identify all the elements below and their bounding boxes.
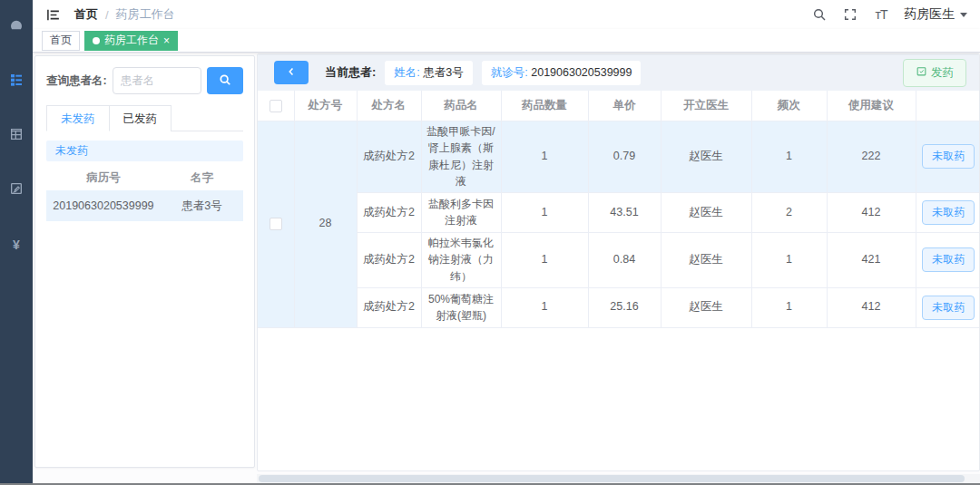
visit-number-box: 就诊号: 2019063020539999 — [482, 61, 642, 85]
horizontal-scrollbar-thumb[interactable] — [259, 475, 965, 482]
sidebar-item-table[interactable] — [0, 109, 33, 163]
qty-cell: 1 — [501, 232, 588, 287]
qty-cell: 1 — [501, 121, 588, 192]
sidebar-item-tree-menu[interactable] — [0, 54, 33, 109]
col-header-qty: 药品数量 — [501, 91, 588, 121]
tags-view-bar: 首页 药房工作台 × — [33, 29, 980, 53]
name-value: 患者3号 — [423, 66, 463, 79]
dispense-button[interactable]: 发药 — [903, 59, 966, 87]
table-row[interactable]: 28 成药处方2 盐酸甲哌卡因/肾上腺素（斯康杜尼）注射液 1 0.79 赵医生… — [258, 121, 980, 192]
price-cell: 25.16 — [588, 287, 661, 327]
col-header-action — [916, 91, 980, 121]
top-navbar: 首页 / 药房工作台 тT 药房医生 — [33, 0, 980, 29]
patient-name[interactable]: 患者3号 — [161, 190, 243, 221]
rx-name-cell: 成药处方2 — [357, 287, 421, 327]
font-size-icon[interactable]: тT — [873, 6, 889, 23]
user-name: 药房医生 — [904, 6, 955, 23]
dispense-icon — [916, 65, 927, 80]
breadcrumb-home[interactable]: 首页 — [74, 6, 98, 23]
freq-cell: 1 — [751, 121, 827, 192]
rx-name-cell: 成药处方2 — [357, 121, 421, 192]
patient-name-box: 姓名: 患者3号 — [385, 61, 472, 85]
tag-pharmacy-workbench[interactable]: 药房工作台 × — [84, 31, 178, 51]
patient-list-row[interactable]: 2019063020539999 患者3号 — [46, 190, 243, 221]
fullscreen-icon[interactable] — [842, 6, 858, 23]
advice-cell: 421 — [827, 232, 916, 287]
table-row[interactable]: 成药处方2 盐酸利多卡因注射液 1 43.51 赵医生 2 412 未取药 — [258, 192, 980, 232]
price-cell: 0.84 — [588, 232, 661, 287]
current-patient-label: 当前患者: — [325, 64, 376, 81]
drug-name-cell: 盐酸甲哌卡因/肾上腺素（斯康杜尼）注射液 — [421, 121, 501, 192]
breadcrumb: 首页 / 药房工作台 — [74, 6, 175, 23]
sidebar-item-edit[interactable] — [0, 163, 33, 218]
table-row[interactable]: 成药处方2 帕拉米韦氯化钠注射液（力纬） 1 0.84 赵医生 1 421 未取… — [258, 232, 980, 287]
select-all-checkbox[interactable] — [270, 100, 282, 112]
dispense-button-label: 发药 — [931, 65, 954, 81]
not-taken-button[interactable]: 未取药 — [922, 296, 975, 320]
money-icon: ¥ — [13, 238, 20, 252]
tree-menu-icon — [9, 73, 24, 91]
drug-name-cell: 帕拉米韦氯化钠注射液（力纬） — [421, 232, 501, 287]
search-icon[interactable] — [811, 6, 828, 23]
visit-value: 2019063020539999 — [531, 66, 632, 79]
close-icon[interactable]: × — [163, 35, 170, 46]
table-row[interactable]: 成药处方2 50%葡萄糖注射液(塑瓶) 1 25.16 赵医生 1 412 未取… — [258, 287, 980, 327]
col-header-rx-name: 处方名 — [357, 91, 421, 121]
qty-cell: 1 — [501, 287, 588, 327]
col-header-freq: 频次 — [751, 91, 827, 121]
patient-search-label: 查询患者名: — [46, 73, 107, 89]
name-label: 姓名: — [394, 66, 419, 79]
header-select-all — [258, 91, 294, 121]
drug-name-cell: 50%葡萄糖注射液(塑瓶) — [421, 287, 501, 327]
rx-name-cell: 成药处方2 — [357, 232, 421, 287]
current-patient-bar: 当前患者: 姓名: 患者3号 就诊号: 2019063020539999 发药 — [258, 54, 979, 91]
patient-search-input[interactable] — [113, 67, 201, 94]
tag-home[interactable]: 首页 — [42, 31, 80, 51]
user-menu[interactable]: 药房医生 — [904, 6, 967, 23]
patient-search-button[interactable] — [207, 67, 243, 94]
prescription-panel: 当前患者: 姓名: 患者3号 就诊号: 2019063020539999 发药 — [257, 53, 980, 471]
row-select-cell — [258, 121, 294, 327]
not-taken-button[interactable]: 未取药 — [922, 200, 975, 225]
horizontal-scrollbar-track — [257, 474, 980, 483]
action-cell: 未取药 — [916, 287, 980, 327]
patient-list-header-record: 病历号 — [46, 165, 161, 190]
tab-dispensed[interactable]: 已发药 — [110, 105, 172, 131]
not-taken-button[interactable]: 未取药 — [922, 144, 975, 169]
price-cell: 43.51 — [588, 192, 661, 232]
not-taken-button[interactable]: 未取药 — [922, 247, 975, 272]
breadcrumb-current: 药房工作台 — [116, 6, 175, 23]
qty-cell: 1 — [501, 192, 588, 232]
app-sidebar: ¥ — [0, 0, 33, 485]
price-cell: 0.79 — [588, 121, 661, 192]
tag-pharmacy-label: 药房工作台 — [104, 33, 159, 48]
back-button[interactable] — [274, 61, 309, 84]
row-checkbox[interactable] — [270, 218, 282, 230]
rx-name-cell: 成药处方2 — [357, 192, 421, 232]
advice-cell: 222 — [827, 121, 916, 192]
hamburger-icon[interactable] — [44, 5, 62, 24]
prescription-no-cell: 28 — [294, 121, 357, 327]
edit-icon — [9, 181, 24, 199]
col-header-drug-name: 药品名 — [421, 91, 501, 121]
freq-cell: 1 — [751, 232, 827, 287]
freq-cell: 2 — [751, 192, 827, 232]
doctor-cell: 赵医生 — [661, 287, 751, 327]
advice-cell: 412 — [827, 192, 916, 232]
tab-not-dispensed[interactable]: 未发药 — [46, 105, 110, 131]
sidebar-item-money[interactable]: ¥ — [0, 218, 33, 272]
breadcrumb-separator: / — [105, 8, 109, 22]
patient-record-no[interactable]: 2019063020539999 — [46, 190, 161, 221]
chevron-left-icon — [285, 65, 298, 81]
col-header-doctor: 开立医生 — [661, 91, 751, 121]
sidebar-item-dashboard[interactable] — [0, 0, 33, 54]
prescription-table: 处方号 处方名 药品名 药品数量 单价 开立医生 频次 使用建议 28 — [258, 91, 980, 328]
visit-label: 就诊号: — [491, 66, 528, 79]
doctor-cell: 赵医生 — [661, 121, 751, 192]
drug-name-cell: 盐酸利多卡因注射液 — [421, 192, 501, 232]
patient-list: 病历号 名字 2019063020539999 患者3号 — [46, 165, 243, 221]
col-header-advice: 使用建议 — [827, 91, 916, 121]
action-cell: 未取药 — [916, 121, 980, 192]
dashboard-icon — [9, 18, 24, 36]
col-header-rx-no: 处方号 — [294, 91, 357, 121]
